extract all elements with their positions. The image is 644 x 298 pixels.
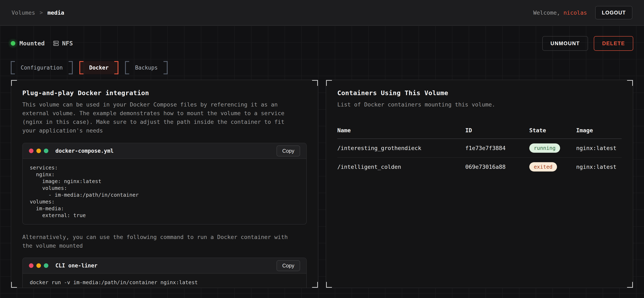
panels-row: Plug-and-play Docker integration This vo… xyxy=(11,80,633,288)
tab-configuration[interactable]: Configuration xyxy=(11,61,73,74)
container-image: nginx:latest xyxy=(576,164,622,170)
state-badge: running xyxy=(529,144,560,153)
breadcrumb-volumes-link[interactable]: Volumes xyxy=(12,9,35,16)
volume-status-row: Mounted NFS UNMOUNT DELETE xyxy=(11,38,633,48)
compose-code-card: docker-compose.yml Copy services: nginx:… xyxy=(22,143,307,225)
main-content: Mounted NFS UNMOUNT DELETE Configuration… xyxy=(0,26,644,298)
filesystem-type-label: NFS xyxy=(62,40,73,47)
breadcrumb-current-volume: media xyxy=(47,9,64,16)
containers-table-header: Name ID State Image xyxy=(337,123,622,139)
delete-button[interactable]: DELETE xyxy=(594,36,633,51)
corner-bracket xyxy=(312,80,318,86)
tab-docker[interactable]: Docker xyxy=(79,61,119,74)
cli-code-content: docker run -v im-media:/path/in/containe… xyxy=(23,274,306,288)
corner-bracket xyxy=(11,282,17,288)
compose-filename: docker-compose.yml xyxy=(56,148,114,154)
container-state-cell: running xyxy=(529,144,576,153)
top-bar: Volumes > media Welcome, nicolas LOGOUT xyxy=(0,0,644,26)
container-name: /interesting_grothendieck xyxy=(337,145,465,151)
column-header-state: State xyxy=(529,127,576,134)
containers-panel-title: Containers Using This Volume xyxy=(337,89,622,97)
cli-copy-button[interactable]: Copy xyxy=(276,260,300,271)
docker-panel-title: Plug-and-play Docker integration xyxy=(22,89,307,97)
breadcrumb-separator-icon: > xyxy=(40,9,43,16)
cli-filename: CLI one-liner xyxy=(56,263,98,269)
column-header-image: Image xyxy=(576,127,622,134)
compose-code-content: services: nginx: image: nginx:latest vol… xyxy=(23,159,306,224)
corner-bracket xyxy=(11,80,17,86)
compose-code-header: docker-compose.yml Copy xyxy=(23,143,306,159)
volume-actions: UNMOUNT DELETE xyxy=(542,36,633,51)
corner-bracket xyxy=(326,282,332,288)
cli-intro-text: Alternatively, you can use the following… xyxy=(22,233,291,250)
docker-integration-panel: Plug-and-play Docker integration This vo… xyxy=(11,80,318,288)
container-id: 069e73016a88 xyxy=(465,164,529,170)
table-row: /intelligent_colden069e73016a88exitedngi… xyxy=(337,158,622,176)
breadcrumb: Volumes > media xyxy=(12,9,64,16)
corner-bracket xyxy=(326,80,332,86)
header-right: Welcome, nicolas LOGOUT xyxy=(533,6,632,19)
tab-backups[interactable]: Backups xyxy=(125,61,168,74)
state-badge: exited xyxy=(529,162,557,171)
container-id: f1e73e7f3884 xyxy=(465,145,529,151)
table-row: /interesting_grothendieckf1e73e7f3884run… xyxy=(337,139,622,158)
container-image: nginx:latest xyxy=(576,145,622,151)
tab-label: Configuration xyxy=(21,65,63,71)
tab-label: Docker xyxy=(89,65,109,71)
container-state-cell: exited xyxy=(529,162,576,171)
containers-panel-subtitle: List of Docker containers mounting this … xyxy=(337,100,622,109)
unmount-button[interactable]: UNMOUNT xyxy=(542,36,588,51)
server-stack-icon xyxy=(53,40,59,46)
cli-code-card: CLI one-liner Copy docker run -v im-medi… xyxy=(22,258,307,288)
corner-bracket xyxy=(627,80,633,86)
username-text: nicolas xyxy=(564,9,587,16)
container-name: /intelligent_colden xyxy=(337,164,465,170)
containers-panel: Containers Using This Volume List of Doc… xyxy=(326,80,633,288)
filesystem-type: NFS xyxy=(53,40,73,47)
corner-bracket xyxy=(312,282,318,288)
cli-code-header: CLI one-liner Copy xyxy=(23,258,306,274)
traffic-light-dots-icon xyxy=(29,149,48,153)
column-header-id: ID xyxy=(465,127,529,134)
compose-copy-button[interactable]: Copy xyxy=(276,146,300,156)
welcome-text: Welcome, nicolas xyxy=(533,9,587,16)
logout-button[interactable]: LOGOUT xyxy=(595,6,632,19)
docker-panel-description: This volume can be used in your Docker C… xyxy=(22,100,291,135)
mounted-status-label: Mounted xyxy=(20,40,45,47)
mounted-status-dot-icon xyxy=(11,41,15,46)
tab-label: Backups xyxy=(135,65,158,71)
containers-table-body: /interesting_grothendieckf1e73e7f3884run… xyxy=(337,139,622,176)
column-header-name: Name xyxy=(337,127,465,134)
traffic-light-dots-icon xyxy=(29,263,48,268)
tab-bar: Configuration Docker Backups xyxy=(11,61,633,74)
corner-bracket xyxy=(627,282,633,288)
